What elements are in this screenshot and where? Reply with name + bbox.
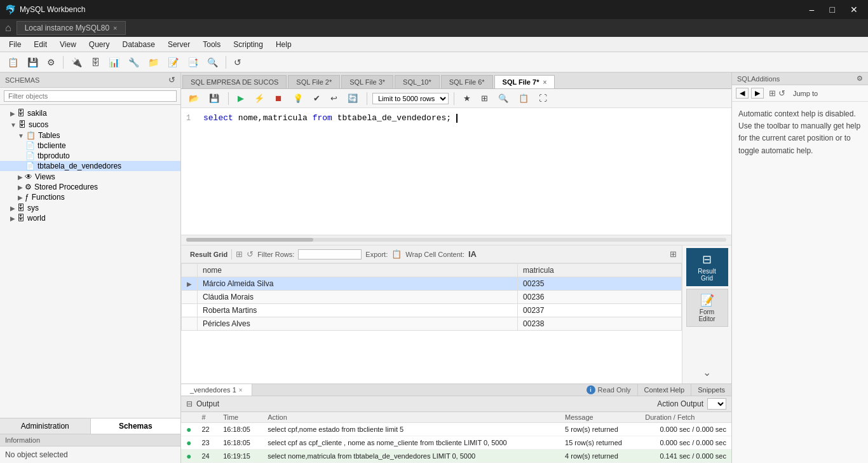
tbtabela-row[interactable]: 📄 tbtabela_de_vendedores — [0, 161, 180, 171]
find-button[interactable]: 🔍 — [494, 92, 512, 105]
result-table-row[interactable]: ▶ Márcio Almeida Silva 00235 — [182, 277, 682, 291]
tb-btn-5[interactable]: 🔧 — [125, 55, 143, 70]
vendedores-tab[interactable]: _vendedores 1 × — [181, 384, 252, 396]
menu-query[interactable]: Query — [83, 39, 116, 50]
rollback-button[interactable]: ↩ — [327, 92, 341, 105]
tbproduto-row[interactable]: 📄 tbproduto — [0, 151, 180, 161]
bookmark-button[interactable]: ★ — [459, 92, 475, 105]
tb-btn-4[interactable]: 📊 — [105, 55, 123, 70]
execute-current-button[interactable]: ⚡ — [250, 92, 268, 105]
tab-schemas[interactable]: Schemas — [91, 418, 181, 434]
settings-button[interactable]: ⚙ — [43, 55, 59, 70]
close-button[interactable]: ✕ — [845, 3, 863, 16]
save-file-button[interactable]: 💾 — [205, 92, 223, 105]
instance-tab[interactable]: Local instance MySQL80 × — [17, 21, 126, 35]
menu-scripting[interactable]: Scripting — [227, 39, 269, 50]
options-button[interactable]: 📋 — [515, 92, 532, 105]
nav-refresh-icon[interactable]: ↺ — [168, 75, 175, 85]
tb-btn-7[interactable]: 📝 — [164, 55, 182, 70]
menu-view[interactable]: View — [53, 39, 83, 50]
stored-procs-row[interactable]: ▶ ⚙ Stored Procedures — [0, 182, 180, 192]
scroll-down-icon[interactable]: ⌄ — [703, 366, 711, 378]
save-button[interactable]: 💾 — [24, 55, 42, 70]
tb-btn-2[interactable]: 🔌 — [67, 55, 86, 70]
horizontal-scrollbar[interactable] — [181, 235, 731, 245]
functions-row[interactable]: ▶ ƒ Functions — [0, 192, 180, 202]
limit-rows-select[interactable]: Limit to 5000 rows — [372, 93, 449, 104]
form-editor-button[interactable]: 📝 FormEditor — [686, 289, 728, 327]
tables-row[interactable]: ▼ 📋 Tables — [0, 130, 180, 141]
menu-database[interactable]: Database — [116, 39, 161, 50]
sucos-row[interactable]: ▼ 🗄 sucos — [0, 120, 180, 130]
tb-btn-refresh[interactable]: ↺ — [230, 55, 245, 70]
format-button[interactable]: ⊞ — [477, 92, 492, 105]
action-output-select[interactable] — [707, 398, 726, 410]
output-table-row[interactable]: ● 24 16:19:15 select nome,matricula from… — [181, 450, 731, 463]
output-table-row[interactable]: ● 22 16:18:05 select cpf,nome estado fro… — [181, 423, 731, 436]
result-grid-panel: Result Grid ⊞ ↺ Filter Rows: Export: 📋 W… — [181, 245, 682, 384]
output-table-row[interactable]: ● 23 16:18:05 select cpf as cpf_cliente … — [181, 436, 731, 450]
home-icon[interactable]: ⌂ — [5, 22, 11, 34]
tbcliente-row[interactable]: 📄 tbcliente — [0, 141, 180, 151]
out-col-num: # — [196, 412, 218, 423]
sql-tab-1[interactable]: SQL File 2* — [288, 75, 340, 88]
sql-tab-2[interactable]: SQL File 3* — [341, 75, 393, 88]
snippets-button[interactable]: Snippets — [691, 384, 731, 396]
info-area: Information No object selected — [0, 434, 180, 463]
menu-edit[interactable]: Edit — [27, 39, 53, 50]
result-grid-button[interactable]: ⊟ ResultGrid — [686, 248, 728, 286]
result-grid-tab[interactable]: Result Grid — [186, 249, 232, 259]
refresh-icon[interactable]: ↺ — [778, 88, 785, 98]
menu-help[interactable]: Help — [269, 39, 298, 50]
open-file-button[interactable]: 📂 — [185, 92, 203, 105]
expand-icon[interactable]: ⊞ — [670, 249, 677, 259]
menu-server[interactable]: Server — [161, 39, 196, 50]
nav-tab-bar: Administration Schemas — [0, 418, 180, 434]
tb-btn-9[interactable]: 🔍 — [203, 55, 222, 70]
export-icon[interactable]: 📋 — [391, 249, 402, 259]
sakila-row[interactable]: ▶ 🗄 sakila — [0, 108, 180, 118]
views-row[interactable]: ▶ 👁 Views — [0, 172, 180, 182]
out-action-2: select nome,matricula from tbtabela_de_v… — [262, 450, 560, 463]
minimize-button[interactable]: ‒ — [804, 3, 820, 16]
instance-tab-close[interactable]: × — [113, 24, 117, 32]
sql-keyword-select: select — [203, 113, 238, 123]
sql-tab-close-5[interactable]: × — [543, 79, 546, 86]
stop-button[interactable]: ⏹ — [271, 92, 287, 105]
grid-options-icon[interactable]: ⊞ — [236, 249, 243, 259]
wrap-icon[interactable]: IA — [468, 249, 477, 259]
filter-rows-input[interactable] — [298, 249, 362, 259]
sql-tab-3[interactable]: SQL_10* — [395, 75, 440, 88]
sql-tab-0[interactable]: SQL EMPRESA DE SUCOS — [182, 75, 287, 88]
nav-forward-button[interactable]: ▶ — [751, 88, 764, 99]
result-table-row[interactable]: Péricles Alves 00238 — [182, 317, 682, 331]
sys-row[interactable]: ▶ 🗄 sys — [0, 203, 180, 213]
world-row[interactable]: ▶ 🗄 world — [0, 213, 180, 223]
vendedores-tab-close[interactable]: × — [239, 387, 243, 394]
tb-btn-6[interactable]: 📁 — [144, 55, 163, 70]
menu-file[interactable]: File — [3, 39, 27, 50]
menu-tools[interactable]: Tools — [196, 39, 227, 50]
tb-btn-8[interactable]: 📑 — [184, 55, 202, 70]
filter-objects-input[interactable] — [4, 90, 177, 102]
new-connection-button[interactable]: 📋 — [4, 55, 22, 70]
result-table-row[interactable]: Cláudia Morais 00236 — [182, 291, 682, 304]
maximize-button[interactable]: □ — [825, 3, 840, 16]
fullscreen-button[interactable]: ⛶ — [535, 92, 551, 105]
tb-btn-3[interactable]: 🗄 — [87, 55, 104, 70]
execute-button[interactable]: ▶ — [234, 92, 248, 105]
grid-refresh-icon[interactable]: ↺ — [247, 249, 254, 259]
sql-editor[interactable]: 1 select nome,matricula from tbtabela_de… — [181, 108, 731, 235]
sql-tab-5[interactable]: SQL File 7* × — [494, 75, 555, 88]
cell-nome-3: Péricles Alves — [198, 317, 518, 331]
context-help-button[interactable]: Context Help — [637, 384, 691, 396]
sql-tab-4[interactable]: SQL File 6* — [441, 75, 493, 88]
commit-button[interactable]: ✔ — [309, 92, 324, 105]
sql-add-options-icon[interactable]: ⚙ — [857, 74, 863, 83]
explain-button[interactable]: 💡 — [289, 92, 307, 105]
result-table-row[interactable]: Roberta Martins 00237 — [182, 304, 682, 317]
copy-icon[interactable]: ⊞ — [769, 88, 776, 98]
tab-administration[interactable]: Administration — [0, 418, 91, 434]
nav-back-button[interactable]: ◀ — [736, 88, 749, 99]
toggle-auto-commit[interactable]: 🔄 — [344, 92, 362, 105]
